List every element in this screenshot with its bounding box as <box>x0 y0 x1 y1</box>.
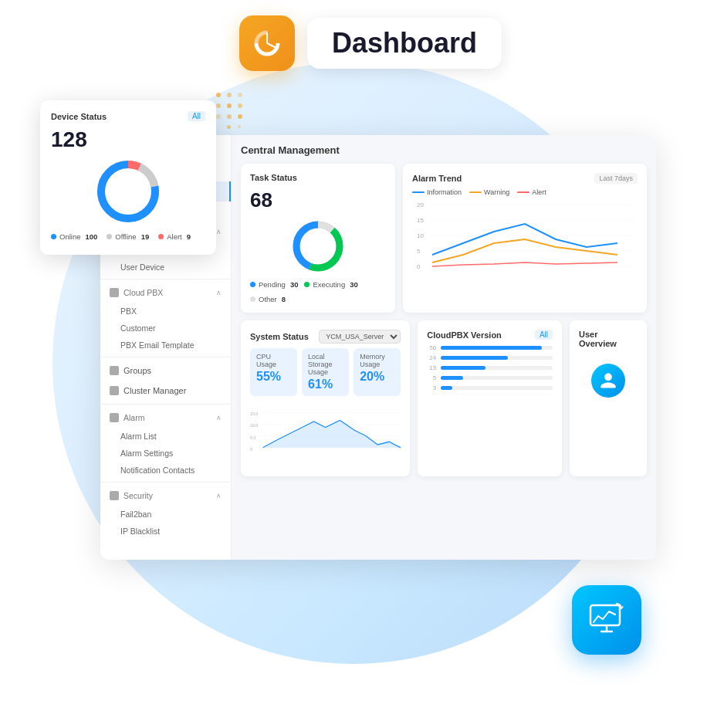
bar-fill-3 <box>441 376 463 380</box>
main-content: Central Management Task Status 68 <box>232 135 656 560</box>
system-title: System Status <box>250 332 309 341</box>
bar-track-3 <box>441 376 553 380</box>
sidebar-label-pbx-email: PBX Email Template <box>120 340 195 350</box>
sidebar-divider-1 <box>100 279 231 279</box>
cpu-label: CPU Usage <box>256 353 291 368</box>
alert-dot <box>158 234 164 239</box>
device-total-count: 128 <box>51 127 205 152</box>
task-legend: Pending 30 Executing 30 Other 8 <box>250 280 386 303</box>
svg-text:0: 0 <box>250 447 252 452</box>
sidebar-item-groups[interactable]: Groups <box>100 361 231 381</box>
bar-fill-0 <box>441 346 541 350</box>
alarm-filter[interactable]: Last 7days <box>594 173 638 184</box>
cloudpbx-title: CloudPBX Version <box>427 330 502 340</box>
sidebar-item-alarmsettings[interactable]: Alarm Settings <box>100 445 231 462</box>
task-header: Task Status <box>250 173 386 182</box>
online-label: Online <box>59 232 80 241</box>
sidebar-label-alarmlist: Alarm List <box>120 432 157 441</box>
cloud-icon <box>110 288 119 297</box>
sidebar-item-userdevice[interactable]: User Device <box>100 259 231 276</box>
sidebar-label-userdevice: User Device <box>120 262 164 272</box>
alarm-trend-card: Alarm Trend Last 7days Information Warni… <box>403 164 647 313</box>
sidebar-divider-4 <box>100 482 231 483</box>
bar-label-0: 56 <box>427 344 436 351</box>
legend-alert: Alert 9 <box>158 232 191 241</box>
cluster-icon <box>110 386 119 395</box>
memory-metric: Memory Usage 20% <box>354 348 401 396</box>
sidebar-item-fail2ban[interactable]: Fail2ban <box>100 506 231 523</box>
task-pending: Pending 30 <box>250 280 298 289</box>
task-title: Task Status <box>250 173 297 182</box>
alarm-icon <box>110 413 119 422</box>
device-status-header: Device Status All <box>51 111 205 121</box>
dashboard-title: Dashboard <box>307 18 502 69</box>
sidebar-label-alarm: Alarm <box>123 413 144 422</box>
sidebar-label-ipblacklist: IP Blacklist <box>120 527 160 536</box>
sidebar-item-ipblacklist[interactable]: IP Blacklist <box>100 523 231 540</box>
info-label: Information <box>427 188 462 196</box>
security-icon <box>110 491 119 500</box>
cloudpbx-card: CloudPBX Version All 56 24 <box>418 320 562 476</box>
storage-metric: Local Storage Usage 61% <box>302 348 349 396</box>
sidebar-item-security[interactable]: Security ∧ <box>100 486 231 506</box>
sidebar-item-pbx-email[interactable]: PBX Email Template <box>100 337 231 354</box>
device-legend: Online 100 Offline 19 Alert 9 <box>51 232 205 241</box>
pending-value: 30 <box>290 280 299 289</box>
sidebar-divider-3 <box>100 404 231 405</box>
sidebar-label-customer: Customer <box>120 323 156 333</box>
online-dot <box>51 234 56 239</box>
sidebar-item-cloudpbx[interactable]: Cloud PBX ∧ <box>100 283 231 303</box>
cloudpbx-bars: 56 24 13 <box>427 344 553 391</box>
alert-polyline <box>432 262 617 266</box>
task-donut-container <box>250 215 386 277</box>
pending-dot <box>250 282 255 287</box>
device-status-title: Device Status <box>51 112 107 121</box>
alarm-title: Alarm Trend <box>412 174 462 183</box>
svg-text:15.0: 15.0 <box>250 411 258 416</box>
svg-line-3 <box>267 43 276 48</box>
bar-row-3: 5 <box>427 374 553 381</box>
executing-dot <box>304 282 310 287</box>
alarm-warning: Warning <box>469 188 509 196</box>
bar-row-4: 3 <box>427 384 553 391</box>
scene: Dashboard Device Status All 128 <box>0 0 707 728</box>
alert-line <box>517 191 529 193</box>
memory-value: 20% <box>360 370 394 384</box>
user-overview-title: User Overview <box>579 330 638 348</box>
svg-text:10.0: 10.0 <box>250 423 258 428</box>
device-status-badge[interactable]: All <box>188 111 205 121</box>
info-line <box>412 191 425 193</box>
warning-label: Warning <box>484 188 509 196</box>
chevron-down-icon-4: ∧ <box>216 492 222 499</box>
system-status-card: System Status YCM_USA_Server CPU Usage 5… <box>241 320 410 476</box>
cpu-metric: CPU Usage 55% <box>250 348 297 396</box>
svg-point-13 <box>301 229 335 263</box>
page-title: Central Management <box>241 144 647 156</box>
user-avatar <box>591 364 625 398</box>
alarm-header: Alarm Trend Last 7days <box>412 173 638 184</box>
server-select[interactable]: YCM_USA_Server <box>319 330 401 344</box>
sidebar-item-alarmlist[interactable]: Alarm List <box>100 428 231 445</box>
sidebar-item-alarm[interactable]: Alarm ∧ <box>100 408 231 428</box>
sidebar-item-cluster[interactable]: Cluster Manager <box>100 381 231 401</box>
alarm-chart-svg: 20 15 10 5 0 <box>412 201 638 278</box>
cloudpbx-badge[interactable]: All <box>535 330 553 340</box>
chart-pie-icon <box>252 28 282 59</box>
sidebar-item-customer[interactable]: Customer <box>100 320 231 337</box>
system-chart-svg: 15.0 10.0 5.0 0 <box>250 402 401 464</box>
task-donut-svg <box>287 215 349 277</box>
alert-value: 9 <box>187 232 191 241</box>
chevron-down-icon-2: ∧ <box>216 289 222 296</box>
chevron-down-icon: ∧ <box>216 228 222 235</box>
online-value: 100 <box>85 232 97 241</box>
bar-label-4: 3 <box>427 384 436 391</box>
svg-text:5: 5 <box>417 248 421 255</box>
badge-icon-container <box>239 15 295 71</box>
offline-label: Offline <box>115 232 136 241</box>
sidebar-item-notifcontacts[interactable]: Notification Contacts <box>100 462 231 479</box>
alert-label: Alert <box>167 232 182 241</box>
sidebar-item-pbx[interactable]: PBX <box>100 303 231 320</box>
svg-text:0: 0 <box>417 263 421 270</box>
bar-track-2 <box>441 366 553 370</box>
executing-value: 30 <box>350 280 358 289</box>
